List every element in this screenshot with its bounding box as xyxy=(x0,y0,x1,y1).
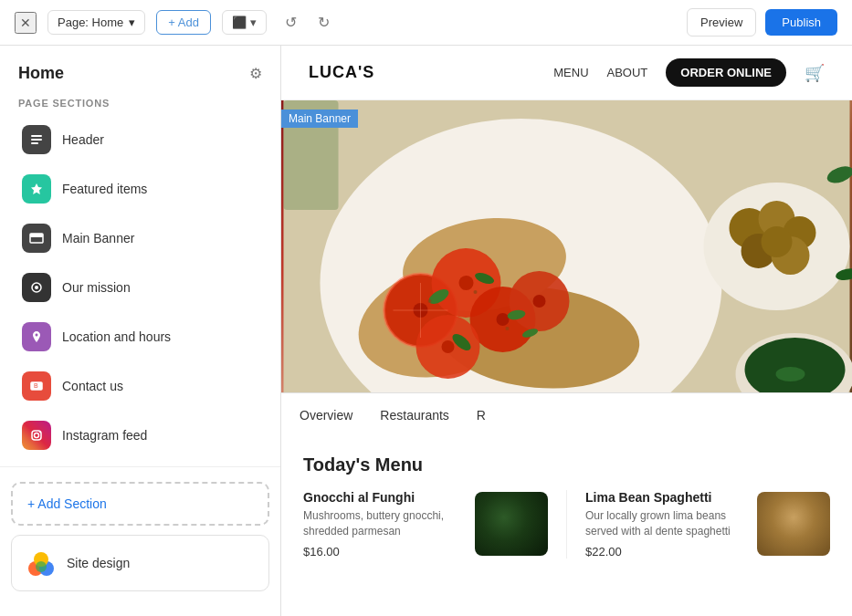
sidebar-title: Home xyxy=(18,64,64,83)
website-preview: LUCA'S MENU ABOUT ORDER ONLINE 🛒 Main Ba… xyxy=(281,46,852,616)
publish-button[interactable]: Publish xyxy=(765,9,837,36)
nav-menu[interactable]: MENU xyxy=(553,66,588,79)
sidebar-item-main-banner[interactable]: Main Banner xyxy=(11,214,269,262)
undo-redo-group: ↺ ↻ xyxy=(278,9,338,37)
sidebar-item-location-hours[interactable]: Location and hours xyxy=(11,313,269,360)
preview-logo: LUCA'S xyxy=(309,63,374,82)
tab-restaurants[interactable]: Restaurants xyxy=(380,408,448,423)
svg-point-12 xyxy=(35,433,39,438)
menu-item-1: Gnocchi al Funghi Mushrooms, buttery gno… xyxy=(303,490,548,559)
food-image-2 xyxy=(757,492,830,556)
main-banner-section: Main Banner xyxy=(281,100,852,392)
preview-wrapper: LUCA'S MENU ABOUT ORDER ONLINE 🛒 Main Ba… xyxy=(281,46,852,616)
preview-nav: LUCA'S MENU ABOUT ORDER ONLINE 🛒 xyxy=(281,46,852,100)
add-button[interactable]: + Add xyxy=(156,10,211,35)
svg-point-50 xyxy=(762,226,793,257)
preview-nav-links: MENU ABOUT ORDER ONLINE 🛒 xyxy=(553,58,825,87)
menu-item-1-info: Gnocchi al Funghi Mushrooms, buttery gno… xyxy=(303,490,464,559)
location-hours-icon xyxy=(22,322,51,351)
preview-button[interactable]: Preview xyxy=(687,8,756,37)
svg-point-43 xyxy=(506,327,510,330)
bottom-tabs: Overview Restaurants R xyxy=(281,392,852,436)
device-chevron: ▾ xyxy=(250,16,257,29)
sidebar-item-instagram-feed[interactable]: Instagram feed xyxy=(11,412,269,459)
featured-items-label: Featured items xyxy=(62,182,147,196)
menu-section: Today's Menu Gnocchi al Funghi Mushrooms… xyxy=(281,436,852,577)
sections-label: PAGE SECTIONS xyxy=(0,90,280,116)
nav-about[interactable]: ABOUT xyxy=(607,66,648,79)
menu-title: Today's Menu xyxy=(303,454,830,475)
menu-item-1-price: $16.00 xyxy=(303,545,464,559)
svg-point-7 xyxy=(35,286,38,289)
redo-button[interactable]: ↻ xyxy=(310,9,338,37)
menu-item-2-info: Lima Bean Spaghetti Our locally grown li… xyxy=(585,490,746,559)
svg-point-41 xyxy=(428,299,432,303)
main-banner-label: Main Banner xyxy=(62,231,134,245)
cart-icon[interactable]: 🛒 xyxy=(805,63,825,83)
device-selector[interactable]: ⬛ ▾ xyxy=(222,10,267,35)
menu-item-1-desc: Mushrooms, buttery gnocchi, shredded par… xyxy=(303,508,464,539)
toolbar-right: Preview Publish xyxy=(687,8,837,37)
svg-point-42 xyxy=(474,290,478,294)
undo-button[interactable]: ↺ xyxy=(278,9,305,37)
banner-label: Main Banner xyxy=(281,110,358,128)
banner-image xyxy=(281,100,852,392)
sidebar-item-featured-items[interactable]: Featured items xyxy=(11,165,269,213)
svg-point-29 xyxy=(497,313,510,326)
page-selector[interactable]: Page: Home ▾ xyxy=(47,10,145,35)
menu-item-2-name: Lima Bean Spaghetti xyxy=(585,490,746,505)
menu-divider xyxy=(566,490,567,559)
add-section-button[interactable]: + Add Section xyxy=(11,482,269,526)
menu-item-2-image xyxy=(757,492,830,556)
featured-items-icon xyxy=(22,174,51,204)
svg-rect-2 xyxy=(31,142,38,144)
instagram-feed-label: Instagram feed xyxy=(62,428,147,443)
contact-us-label: Contact us xyxy=(62,379,123,393)
svg-point-27 xyxy=(459,276,474,290)
our-mission-label: Our mission xyxy=(62,280,131,295)
toolbar-left: ✕ Page: Home ▾ + Add ⬛ ▾ ↺ ↻ xyxy=(15,9,676,37)
menu-item-2-desc: Our locally grown lima beans served with… xyxy=(585,508,746,539)
site-design-icon xyxy=(26,548,56,578)
menu-items: Gnocchi al Funghi Mushrooms, buttery gno… xyxy=(303,490,830,559)
svg-point-13 xyxy=(39,432,40,433)
instagram-feed-icon xyxy=(22,421,51,450)
toolbar: ✕ Page: Home ▾ + Add ⬛ ▾ ↺ ↻ Preview Pub… xyxy=(0,0,852,46)
svg-point-17 xyxy=(36,561,47,572)
content-area: LUCA'S MENU ABOUT ORDER ONLINE 🛒 Main Ba… xyxy=(281,46,852,616)
site-design-item[interactable]: Site design xyxy=(11,535,269,591)
svg-rect-0 xyxy=(31,135,42,137)
site-design-label: Site design xyxy=(67,556,130,570)
food-image-1 xyxy=(475,492,548,556)
close-button[interactable]: ✕ xyxy=(15,12,37,34)
order-online-button[interactable]: ORDER ONLINE xyxy=(666,58,786,87)
location-hours-label: Location and hours xyxy=(62,329,171,344)
device-icon: ⬛ xyxy=(232,16,247,29)
tab-overview[interactable]: Overview xyxy=(300,408,352,423)
page-selector-chevron: ▾ xyxy=(129,16,135,29)
header-label: Header xyxy=(62,132,104,147)
gear-icon[interactable]: ⚙ xyxy=(249,65,262,82)
sidebar-item-header[interactable]: Header xyxy=(11,116,269,163)
main-banner-icon xyxy=(22,224,51,253)
page-selector-label: Page: Home xyxy=(58,16,123,29)
sidebar-bottom: + Add Section Site design xyxy=(0,466,280,606)
sidebar-item-contact-us[interactable]: B Contact us xyxy=(11,362,269,410)
svg-point-31 xyxy=(442,340,455,353)
menu-item-1-name: Gnocchi al Funghi xyxy=(303,490,464,505)
sidebar: Home ⚙ PAGE SECTIONS Header Featured ite… xyxy=(0,46,281,616)
sidebar-header: Home ⚙ xyxy=(0,46,280,90)
tab-r[interactable]: R xyxy=(477,408,486,423)
svg-rect-5 xyxy=(30,234,43,237)
section-list: Header Featured items Main Banner Our mi… xyxy=(0,116,280,459)
menu-item-2: Lima Bean Spaghetti Our locally grown li… xyxy=(585,490,830,559)
svg-rect-1 xyxy=(31,139,42,141)
svg-point-55 xyxy=(776,367,805,381)
svg-marker-3 xyxy=(31,183,42,194)
sidebar-item-our-mission[interactable]: Our mission xyxy=(11,264,269,311)
our-mission-icon xyxy=(22,273,51,302)
main-layout: Home ⚙ PAGE SECTIONS Header Featured ite… xyxy=(0,46,852,616)
svg-text:B: B xyxy=(34,382,38,389)
menu-item-1-image xyxy=(475,492,548,556)
header-icon xyxy=(22,125,51,154)
